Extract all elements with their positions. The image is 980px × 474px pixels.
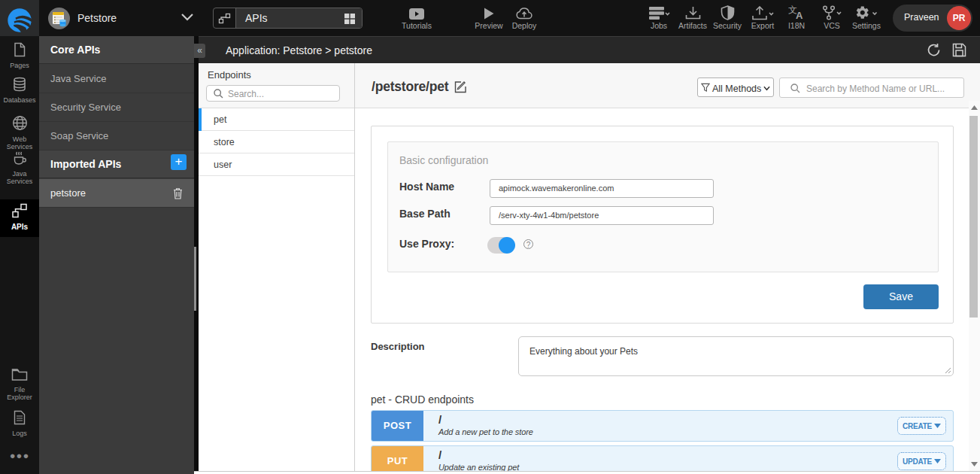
svg-text:A: A [796, 10, 803, 20]
